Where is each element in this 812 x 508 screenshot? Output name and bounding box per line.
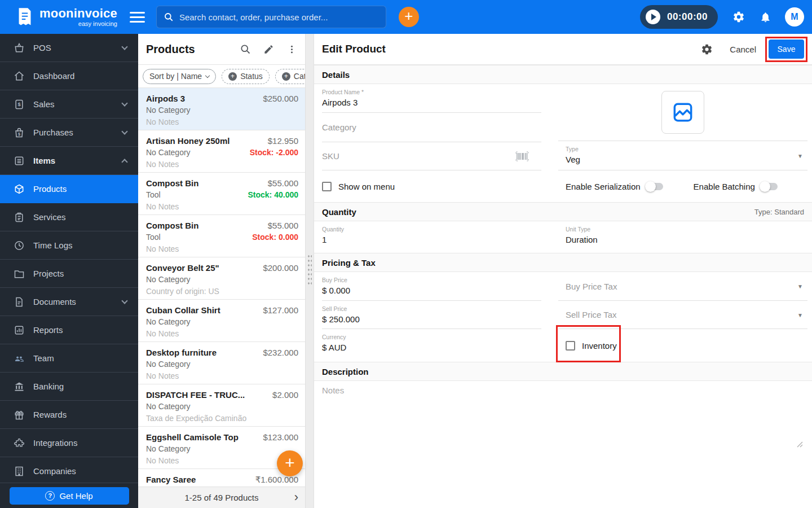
sidebar-item-companies[interactable]: Companies [0, 457, 138, 483]
type-dropdown[interactable]: Type Veg ▼ [558, 141, 807, 170]
product-row[interactable]: DISPATCH FEE - TRUC...$2.000 No Category… [138, 384, 305, 427]
pagination-label: 1-25 of 49 Products [185, 493, 259, 502]
chevron-down-icon [121, 43, 127, 50]
type-label: Type [566, 141, 807, 152]
sidebar-item-rewards[interactable]: Rewards [0, 401, 138, 429]
basket-icon [14, 42, 25, 54]
sidebar-item-label: Companies [33, 466, 76, 476]
quantity-section-header: Quantity [322, 207, 356, 217]
buy-price-field[interactable]: Buy Price [322, 272, 541, 301]
sell-price-input[interactable] [322, 314, 541, 324]
quantity-field[interactable]: Quantity [322, 221, 541, 245]
sidebar-item-integrations[interactable]: Integrations [0, 429, 138, 457]
products-list-panel: Products Sort by | Name +Status +Categor… [138, 34, 305, 508]
status-filter-chip[interactable]: +Status [222, 69, 270, 84]
drag-handle-icon[interactable] [307, 254, 312, 286]
notes-textarea[interactable] [322, 386, 803, 441]
sort-by-chip[interactable]: Sort by | Name [143, 69, 216, 84]
plus-icon: + [228, 72, 237, 81]
plus-icon: + [282, 72, 290, 81]
next-page-chevron[interactable]: › [294, 491, 298, 503]
add-product-fab[interactable]: + [277, 450, 303, 476]
sidebar-item-label: Dashboard [33, 71, 74, 81]
product-row[interactable]: Conveyor Belt 25"$200.000 No Category Co… [138, 257, 305, 300]
save-button[interactable]: Save [769, 40, 804, 59]
sell-price-tax-dropdown[interactable]: Sell Price Tax ▼ [558, 301, 807, 329]
product-row[interactable]: Airpods 3$250.000 No Category No Notes [138, 88, 305, 130]
sidebar-item-dashboard[interactable]: Dashboard [0, 62, 138, 90]
buy-price-tax-dropdown[interactable]: Buy Price Tax ▼ [558, 272, 807, 301]
category-field[interactable]: Category [322, 113, 541, 142]
enable-batching-label: Enable Batching [694, 182, 755, 191]
product-row[interactable]: Cuban Collar Shirt$127.000 No Category N… [138, 300, 305, 342]
sku-placeholder: SKU [322, 151, 339, 161]
chevron-up-icon [121, 159, 127, 165]
category-filter-chip[interactable]: +Category [275, 69, 305, 84]
show-on-menu-checkbox[interactable] [322, 182, 332, 191]
notifications-bell-icon[interactable] [760, 11, 771, 23]
sidebar-item-label: Rewards [33, 410, 67, 419]
sidebar-item-documents[interactable]: Documents [0, 288, 138, 316]
resize-handle-icon[interactable] [797, 440, 803, 450]
product-row[interactable]: Compost Bin$55.000 ToolStock: 0.000 No N… [138, 215, 305, 257]
panel-resize-gutter[interactable] [305, 34, 314, 508]
gift-icon [14, 409, 25, 421]
sidebar-item-products[interactable]: Products [0, 175, 138, 203]
details-section-header: Details [322, 70, 350, 80]
unit-type-field[interactable]: Unit Type Duration [566, 221, 807, 244]
mooninvoice-logo-icon [16, 7, 34, 27]
product-row[interactable]: Desktop furniture$232.000 No Category No… [138, 342, 305, 384]
type-value: Veg [566, 155, 807, 164]
product-row[interactable]: Compost Bin$55.000 ToolStock: 40.000 No … [138, 173, 305, 215]
sidebar-item-projects[interactable]: Projects [0, 260, 138, 288]
edit-pencil-icon[interactable] [263, 44, 274, 55]
product-name-input[interactable] [322, 98, 541, 107]
sidebar-item-banking[interactable]: Banking [0, 373, 138, 401]
buy-price-input[interactable] [322, 286, 541, 295]
sidebar-item-sales[interactable]: $ Sales [0, 90, 138, 119]
product-name-field[interactable]: Product Name * [322, 84, 541, 113]
sku-field[interactable]: SKU [322, 142, 541, 170]
quantity-label: Quantity [322, 221, 541, 233]
quantity-input[interactable] [322, 235, 541, 244]
bar-chart-icon [14, 325, 25, 336]
quick-add-button[interactable]: + [399, 7, 419, 27]
sidebar-nav: POS Dashboard $ Sales $ Purchases Items [0, 34, 138, 508]
play-icon[interactable] [646, 10, 660, 24]
sidebar-item-services[interactable]: Services [0, 203, 138, 231]
global-search-input[interactable] [179, 12, 379, 22]
sidebar-item-pos[interactable]: POS [0, 34, 138, 62]
get-help-button[interactable]: ? Get Help [10, 487, 129, 505]
sidebar-item-items[interactable]: Items [0, 147, 138, 175]
stock-badge: Stock: 40.000 [248, 189, 299, 201]
enable-batching-toggle[interactable] [761, 183, 778, 190]
inventory-checkbox[interactable] [566, 341, 575, 351]
sidebar-item-reports[interactable]: Reports [0, 316, 138, 344]
document-icon [14, 296, 25, 308]
enable-serialization-toggle[interactable] [646, 183, 663, 190]
invoice-icon: $ [14, 99, 25, 110]
bank-icon [14, 381, 25, 392]
global-search[interactable] [156, 6, 386, 28]
user-avatar[interactable]: M [785, 7, 804, 27]
sidebar-item-time-logs[interactable]: Time Logs [0, 231, 138, 260]
pagination-bar: 1-25 of 49 Products › [138, 487, 305, 508]
more-kebab-icon[interactable] [286, 44, 297, 55]
category-placeholder: Category [322, 122, 356, 132]
sidebar-item-team[interactable]: Team [0, 344, 138, 373]
cancel-button[interactable]: Cancel [730, 45, 756, 54]
list-search-icon[interactable] [240, 43, 251, 55]
sell-price-field[interactable]: Sell Price [322, 301, 541, 329]
product-settings-gear-icon[interactable] [701, 43, 713, 55]
sidebar-item-purchases[interactable]: $ Purchases [0, 119, 138, 147]
settings-gear-icon[interactable] [732, 11, 745, 23]
currency-field[interactable]: Currency $ AUD [322, 329, 541, 362]
product-image-upload[interactable] [661, 91, 704, 134]
product-row[interactable]: Artisan Honey 250ml$12.950 No CategorySt… [138, 130, 305, 173]
sidebar-item-label: Documents [33, 297, 76, 306]
barcode-scan-icon[interactable] [515, 151, 529, 164]
sidebar-item-label: Sales [33, 99, 55, 109]
hamburger-menu-icon[interactable] [130, 12, 145, 23]
question-mark-icon: ? [45, 491, 55, 501]
timer-widget[interactable]: 00:00:00 [640, 5, 718, 29]
